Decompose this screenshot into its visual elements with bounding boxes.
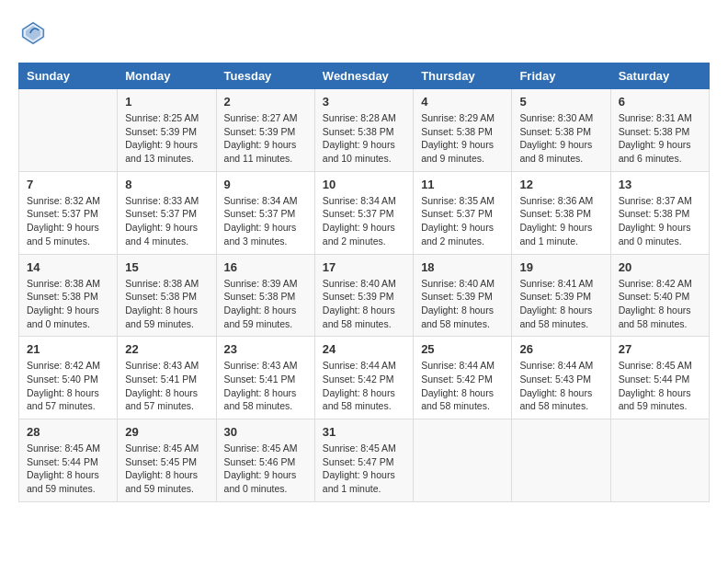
calendar-cell: 17Sunrise: 8:40 AM Sunset: 5:39 PM Dayli… (314, 254, 413, 337)
day-info: Sunrise: 8:29 AM Sunset: 5:38 PM Dayligh… (421, 111, 504, 166)
day-number: 16 (224, 260, 307, 274)
weekday-header-saturday: Saturday (610, 63, 709, 89)
weekday-header-wednesday: Wednesday (314, 63, 413, 89)
calendar-cell: 12Sunrise: 8:36 AM Sunset: 5:38 PM Dayli… (512, 171, 610, 254)
calendar-cell: 18Sunrise: 8:40 AM Sunset: 5:39 PM Dayli… (414, 254, 512, 337)
day-info: Sunrise: 8:30 AM Sunset: 5:38 PM Dayligh… (519, 111, 602, 166)
calendar-cell (512, 419, 610, 502)
calendar-week-4: 21Sunrise: 8:42 AM Sunset: 5:40 PM Dayli… (19, 337, 710, 419)
calendar-cell: 26Sunrise: 8:44 AM Sunset: 5:43 PM Dayli… (512, 337, 610, 419)
calendar-cell (414, 419, 512, 502)
day-number: 14 (27, 260, 109, 274)
calendar-week-1: 1Sunrise: 8:25 AM Sunset: 5:39 PM Daylig… (19, 89, 710, 172)
day-info: Sunrise: 8:40 AM Sunset: 5:39 PM Dayligh… (421, 277, 504, 331)
day-info: Sunrise: 8:44 AM Sunset: 5:43 PM Dayligh… (519, 359, 602, 413)
calendar-cell: 22Sunrise: 8:43 AM Sunset: 5:41 PM Dayli… (118, 337, 216, 419)
day-number: 17 (323, 260, 405, 274)
calendar-cell: 31Sunrise: 8:45 AM Sunset: 5:47 PM Dayli… (314, 419, 413, 502)
calendar-cell: 27Sunrise: 8:45 AM Sunset: 5:44 PM Dayli… (610, 337, 709, 419)
page-header (18, 18, 710, 48)
day-info: Sunrise: 8:35 AM Sunset: 5:37 PM Dayligh… (421, 194, 504, 248)
calendar-cell: 1Sunrise: 8:25 AM Sunset: 5:39 PM Daylig… (118, 89, 216, 172)
weekday-header-tuesday: Tuesday (216, 63, 314, 89)
day-info: Sunrise: 8:33 AM Sunset: 5:37 PM Dayligh… (125, 194, 208, 248)
day-info: Sunrise: 8:45 AM Sunset: 5:44 PM Dayligh… (619, 359, 701, 413)
calendar-cell: 8Sunrise: 8:33 AM Sunset: 5:37 PM Daylig… (118, 171, 216, 254)
calendar-body: 1Sunrise: 8:25 AM Sunset: 5:39 PM Daylig… (19, 89, 710, 502)
calendar-cell: 10Sunrise: 8:34 AM Sunset: 5:37 PM Dayli… (314, 171, 413, 254)
day-info: Sunrise: 8:45 AM Sunset: 5:45 PM Dayligh… (125, 442, 208, 496)
day-number: 5 (519, 95, 602, 109)
day-info: Sunrise: 8:27 AM Sunset: 5:39 PM Dayligh… (224, 111, 307, 166)
day-info: Sunrise: 8:44 AM Sunset: 5:42 PM Dayligh… (323, 359, 405, 413)
calendar-cell: 16Sunrise: 8:39 AM Sunset: 5:38 PM Dayli… (216, 254, 314, 337)
day-number: 21 (27, 342, 109, 356)
logo (18, 18, 51, 48)
day-number: 23 (224, 342, 307, 356)
day-number: 3 (323, 95, 405, 109)
calendar-week-5: 28Sunrise: 8:45 AM Sunset: 5:44 PM Dayli… (19, 419, 710, 502)
day-info: Sunrise: 8:38 AM Sunset: 5:38 PM Dayligh… (27, 277, 109, 331)
day-number: 24 (323, 342, 405, 356)
calendar-cell: 19Sunrise: 8:41 AM Sunset: 5:39 PM Dayli… (512, 254, 610, 337)
day-number: 15 (125, 260, 208, 274)
calendar-cell: 21Sunrise: 8:42 AM Sunset: 5:40 PM Dayli… (19, 337, 118, 419)
calendar-cell: 5Sunrise: 8:30 AM Sunset: 5:38 PM Daylig… (512, 89, 610, 172)
day-info: Sunrise: 8:43 AM Sunset: 5:41 PM Dayligh… (224, 359, 307, 413)
day-number: 28 (27, 425, 109, 439)
day-info: Sunrise: 8:45 AM Sunset: 5:47 PM Dayligh… (323, 442, 405, 496)
calendar-cell: 2Sunrise: 8:27 AM Sunset: 5:39 PM Daylig… (216, 89, 314, 172)
day-number: 6 (619, 95, 701, 109)
day-number: 9 (224, 178, 307, 191)
day-number: 18 (421, 260, 504, 274)
day-number: 25 (421, 342, 504, 356)
day-info: Sunrise: 8:39 AM Sunset: 5:38 PM Dayligh… (224, 277, 307, 331)
day-info: Sunrise: 8:45 AM Sunset: 5:46 PM Dayligh… (224, 442, 307, 496)
day-number: 30 (224, 425, 307, 439)
day-info: Sunrise: 8:38 AM Sunset: 5:38 PM Dayligh… (125, 277, 208, 331)
day-number: 2 (224, 95, 307, 109)
day-number: 31 (323, 425, 405, 439)
day-number: 1 (125, 95, 208, 109)
calendar-cell (19, 89, 118, 172)
weekday-header-monday: Monday (118, 63, 216, 89)
day-info: Sunrise: 8:37 AM Sunset: 5:38 PM Dayligh… (619, 194, 701, 248)
calendar-cell: 9Sunrise: 8:34 AM Sunset: 5:37 PM Daylig… (216, 171, 314, 254)
calendar-cell (610, 419, 709, 502)
day-number: 29 (125, 425, 208, 439)
calendar-cell: 15Sunrise: 8:38 AM Sunset: 5:38 PM Dayli… (118, 254, 216, 337)
weekday-header-friday: Friday (512, 63, 610, 89)
day-info: Sunrise: 8:28 AM Sunset: 5:38 PM Dayligh… (323, 111, 405, 166)
day-number: 19 (519, 260, 602, 274)
day-info: Sunrise: 8:40 AM Sunset: 5:39 PM Dayligh… (323, 277, 405, 331)
weekday-header-sunday: Sunday (19, 63, 118, 89)
calendar-cell: 23Sunrise: 8:43 AM Sunset: 5:41 PM Dayli… (216, 337, 314, 419)
calendar-header: SundayMondayTuesdayWednesdayThursdayFrid… (19, 63, 710, 89)
day-info: Sunrise: 8:31 AM Sunset: 5:38 PM Dayligh… (619, 111, 701, 166)
day-number: 13 (619, 178, 701, 191)
calendar-cell: 6Sunrise: 8:31 AM Sunset: 5:38 PM Daylig… (610, 89, 709, 172)
day-info: Sunrise: 8:44 AM Sunset: 5:42 PM Dayligh… (421, 359, 504, 413)
calendar-cell: 11Sunrise: 8:35 AM Sunset: 5:37 PM Dayli… (414, 171, 512, 254)
day-info: Sunrise: 8:45 AM Sunset: 5:44 PM Dayligh… (27, 442, 109, 496)
day-number: 12 (519, 178, 602, 191)
weekday-row: SundayMondayTuesdayWednesdayThursdayFrid… (19, 63, 710, 89)
day-info: Sunrise: 8:34 AM Sunset: 5:37 PM Dayligh… (323, 194, 405, 248)
calendar-week-3: 14Sunrise: 8:38 AM Sunset: 5:38 PM Dayli… (19, 254, 710, 337)
calendar-cell: 20Sunrise: 8:42 AM Sunset: 5:40 PM Dayli… (610, 254, 709, 337)
calendar-table: SundayMondayTuesdayWednesdayThursdayFrid… (18, 63, 710, 502)
calendar-cell: 7Sunrise: 8:32 AM Sunset: 5:37 PM Daylig… (19, 171, 118, 254)
calendar-cell: 25Sunrise: 8:44 AM Sunset: 5:42 PM Dayli… (414, 337, 512, 419)
weekday-header-thursday: Thursday (414, 63, 512, 89)
calendar-cell: 28Sunrise: 8:45 AM Sunset: 5:44 PM Dayli… (19, 419, 118, 502)
day-info: Sunrise: 8:34 AM Sunset: 5:37 PM Dayligh… (224, 194, 307, 248)
logo-icon (18, 18, 48, 48)
day-info: Sunrise: 8:42 AM Sunset: 5:40 PM Dayligh… (27, 359, 109, 413)
calendar-cell: 13Sunrise: 8:37 AM Sunset: 5:38 PM Dayli… (610, 171, 709, 254)
calendar-cell: 29Sunrise: 8:45 AM Sunset: 5:45 PM Dayli… (118, 419, 216, 502)
day-number: 10 (323, 178, 405, 191)
day-number: 8 (125, 178, 208, 191)
day-info: Sunrise: 8:25 AM Sunset: 5:39 PM Dayligh… (125, 111, 208, 166)
calendar-week-2: 7Sunrise: 8:32 AM Sunset: 5:37 PM Daylig… (19, 171, 710, 254)
day-info: Sunrise: 8:42 AM Sunset: 5:40 PM Dayligh… (619, 277, 701, 331)
